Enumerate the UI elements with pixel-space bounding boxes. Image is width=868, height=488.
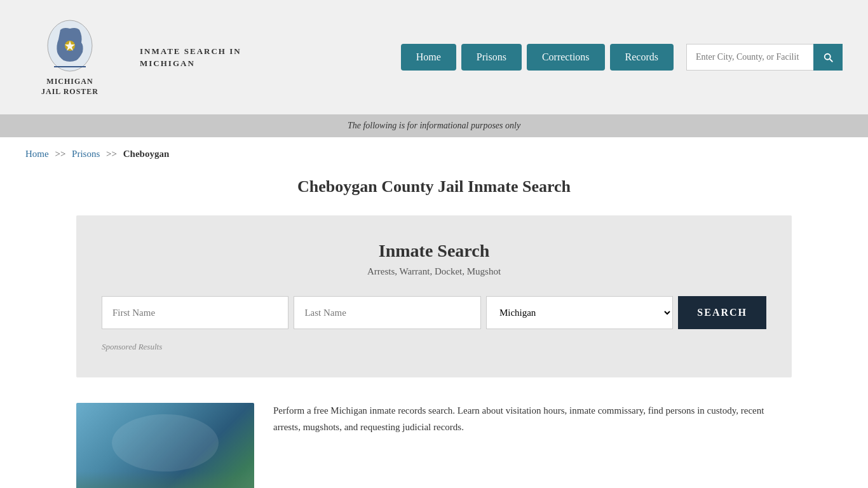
breadcrumb-home-link[interactable]: Home bbox=[25, 149, 49, 159]
info-bar-text: The following is for informational purpo… bbox=[348, 121, 520, 130]
page-title: Cheboygan County Jail Inmate Search bbox=[0, 177, 868, 196]
logo-icon bbox=[44, 17, 95, 74]
header-search-input[interactable] bbox=[686, 44, 813, 71]
breadcrumb-sep1: >> bbox=[55, 149, 65, 159]
state-select[interactable]: Michigan Alabama Alaska Arizona Arkansas… bbox=[486, 296, 673, 329]
search-card-title: Inmate Search bbox=[102, 241, 766, 261]
search-icon bbox=[822, 51, 834, 63]
search-submit-button[interactable]: SEARCH bbox=[678, 296, 766, 329]
nav-records-button[interactable]: Records bbox=[610, 44, 674, 71]
breadcrumb-prisons-link[interactable]: Prisons bbox=[72, 149, 100, 159]
sponsored-results-label: Sponsored Results bbox=[102, 342, 766, 352]
first-name-input[interactable] bbox=[102, 296, 288, 329]
search-card-subtitle: Arrests, Warrant, Docket, Mugshot bbox=[102, 266, 766, 277]
nav-corrections-button[interactable]: Corrections bbox=[527, 44, 605, 71]
breadcrumb: Home >> Prisons >> Cheboygan bbox=[0, 137, 868, 171]
bottom-description: Perform a free Michigan inmate records s… bbox=[273, 403, 792, 435]
breadcrumb-sep2: >> bbox=[106, 149, 117, 159]
search-card: Inmate Search Arrests, Warrant, Docket, … bbox=[76, 215, 792, 377]
info-bar: The following is for informational purpo… bbox=[0, 114, 868, 137]
nav-area: Home Prisons Corrections Records bbox=[401, 44, 843, 71]
logo-text: MICHIGAN JAIL ROSTER bbox=[41, 77, 98, 97]
header-search-button[interactable] bbox=[813, 44, 843, 71]
bottom-section: Perform a free Michigan inmate records s… bbox=[0, 403, 868, 488]
header: MICHIGAN JAIL ROSTER INMATE SEARCH INMIC… bbox=[0, 0, 868, 114]
logo-area: MICHIGAN JAIL ROSTER bbox=[25, 17, 114, 97]
facility-image bbox=[76, 403, 254, 488]
nav-home-button[interactable]: Home bbox=[401, 44, 456, 71]
header-search-area bbox=[686, 44, 843, 71]
breadcrumb-current: Cheboygan bbox=[123, 149, 170, 159]
nav-prisons-button[interactable]: Prisons bbox=[461, 44, 522, 71]
search-form: Michigan Alabama Alaska Arizona Arkansas… bbox=[102, 296, 766, 329]
site-title: INMATE SEARCH INMICHIGAN bbox=[140, 45, 241, 70]
last-name-input[interactable] bbox=[294, 296, 480, 329]
